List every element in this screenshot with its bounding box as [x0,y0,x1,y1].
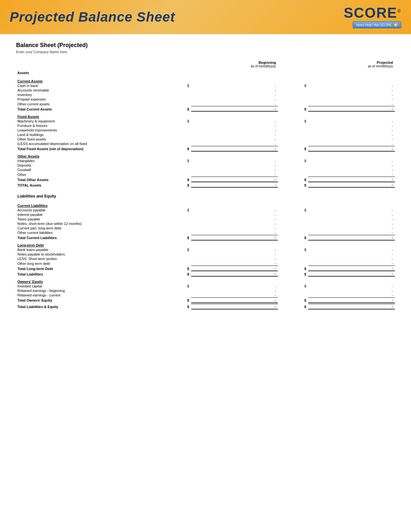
other-fixed-begin-value[interactable] [191,137,278,141]
deposits-proj-value[interactable] [308,163,395,168]
cpltd-begin-value[interactable] [191,226,278,230]
bank-loans-row: Bank loans payable $ $ [16,247,395,252]
deposits-begin-value[interactable] [191,163,278,168]
total-oe-proj-value[interactable] [308,297,395,303]
bl-begin-value[interactable] [191,247,278,252]
total-cl-proj-value[interactable] [308,235,395,240]
intangibles-label: Intangibles [16,159,187,163]
tp-begin-value[interactable] [191,217,278,221]
total-cl-begin-value[interactable] [191,235,278,240]
intangibles-begin-value[interactable] [191,159,278,163]
fixed-assets-header: Fixed Assets [16,111,187,119]
ocl-begin-value[interactable] [191,230,278,235]
balance-sheet-table: Beginning as of mm/dd/yyyy Projected as … [16,60,395,310]
reb-begin-value[interactable] [191,288,278,293]
other-oa-proj-value[interactable] [308,172,395,177]
prepaid-expenses-row: Prepaid expenses [16,97,395,102]
land-begin-value[interactable] [191,132,278,137]
taxes-payable-label: Taxes payable [16,217,187,221]
total-current-assets-label: Total Current Assets [16,106,187,111]
lst-begin-value[interactable] [191,256,278,261]
prepaid-expenses-label: Prepaid expenses [16,97,187,102]
total-ca-proj-value[interactable] [308,106,395,111]
inventory-proj-value[interactable] [308,92,395,97]
notes-short-term-row: Notes, short-term (due within 12 months) [16,221,395,226]
total-liab-begin-value[interactable] [191,271,278,276]
goodwill-begin-value[interactable] [191,168,278,172]
cash-proj-value[interactable] [308,83,395,88]
total-oe-begin-value[interactable] [191,297,278,303]
ic-begin-value[interactable] [191,284,278,288]
cash-proj-dollar: $ [304,83,308,88]
furniture-begin-value[interactable] [191,123,278,128]
other-current-assets-row: Other current assets [16,102,395,106]
total-assets-begin-value[interactable] [191,182,278,188]
nst-begin-value[interactable] [191,221,278,226]
oltd-proj-value[interactable] [308,261,395,266]
cash-begin-value[interactable] [191,83,278,88]
total-liab-proj-value[interactable] [308,271,395,276]
ar-proj-value[interactable] [308,88,395,92]
total-fa-proj-value[interactable] [308,146,395,151]
inventory-begin-value[interactable] [191,92,278,97]
goodwill-proj-value[interactable] [308,168,395,172]
depreciation-proj-value[interactable] [308,141,395,146]
leasehold-begin-value[interactable] [191,128,278,132]
invested-capital-row: Invested capital $ $ [16,284,395,288]
total-fixed-assets-row: Total Fixed Assets (net of depreciation)… [16,146,395,151]
prepaid-begin-value[interactable] [191,97,278,102]
less-short-term-row: LESS: Short-term portion [16,256,395,261]
invested-capital-label: Invested capital [16,284,187,288]
goodwill-row: Goodwill [16,168,395,172]
intangibles-proj-value[interactable] [308,159,395,163]
ns-proj-value[interactable] [308,252,395,256]
rec-begin-value[interactable] [191,293,278,298]
total-ltd-begin-value[interactable] [191,266,278,271]
other-ca-proj-value[interactable] [308,102,395,106]
total-ltd-proj-value[interactable] [308,266,395,271]
ar-begin-value[interactable] [191,88,278,92]
total-oa-proj-value[interactable] [308,177,395,182]
other-ltd-row: Other long term debt [16,261,395,266]
notes-stockholders-label: Notes payable to stockholders [16,252,187,256]
main-content: Balance Sheet (Projected) Enter your Com… [0,34,411,323]
interest-payable-row: Interest payable [16,212,395,217]
notes-short-term-label: Notes, short-term (due within 12 months) [16,221,187,226]
land-proj-value[interactable] [308,132,395,137]
ip-proj-value[interactable] [308,212,395,217]
total-fa-begin-value[interactable] [191,146,278,151]
ap-begin-value[interactable] [191,208,278,212]
ns-begin-value[interactable] [191,252,278,256]
nst-proj-value[interactable] [308,221,395,226]
rec-proj-value[interactable] [308,293,395,298]
furniture-label: Furniture & fixtures [16,123,187,128]
need-help-button[interactable]: Need Help? Ask SCORE. ▶ [353,21,401,28]
total-le-begin-value[interactable] [191,304,278,309]
other-ca-begin-value[interactable] [191,102,278,106]
leasehold-proj-value[interactable] [308,128,395,132]
ip-begin-value[interactable] [191,212,278,217]
header-banner: Projected Balance Sheet SCORE® Need Help… [0,0,411,34]
tp-proj-value[interactable] [308,217,395,221]
page-title: Projected Balance Sheet [10,9,175,25]
prepaid-proj-value[interactable] [308,97,395,102]
ocl-proj-value[interactable] [308,230,395,235]
machinery-proj-value[interactable] [308,119,395,123]
other-oa-begin-value[interactable] [191,172,278,177]
total-ca-begin-value[interactable] [191,106,278,111]
ap-proj-value[interactable] [308,208,395,212]
depreciation-label: (LESS accumulated depreciation on all fi… [16,141,187,146]
total-le-proj-value[interactable] [308,304,395,309]
machinery-begin-value[interactable] [191,119,278,123]
reb-proj-value[interactable] [308,288,395,293]
ic-proj-value[interactable] [308,284,395,288]
oltd-begin-value[interactable] [191,261,278,266]
furniture-proj-value[interactable] [308,123,395,128]
bl-proj-value[interactable] [308,247,395,252]
cpltd-proj-value[interactable] [308,226,395,230]
total-assets-proj-value[interactable] [308,182,395,188]
other-fixed-proj-value[interactable] [308,137,395,141]
total-oa-begin-value[interactable] [191,177,278,182]
lst-proj-value[interactable] [308,256,395,261]
depreciation-begin-value[interactable] [191,141,278,146]
